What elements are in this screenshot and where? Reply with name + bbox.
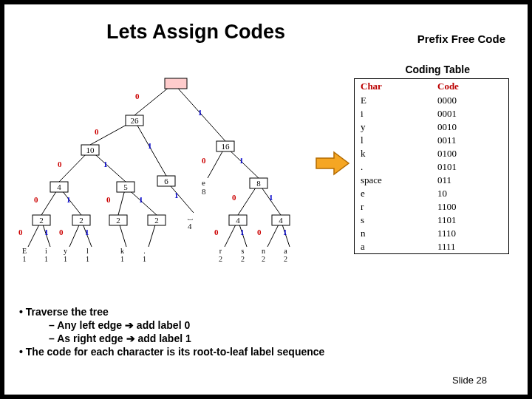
svg-text:2: 2 xyxy=(79,216,83,225)
svg-text:2: 2 xyxy=(116,216,120,225)
edge-label: 0 xyxy=(135,92,140,100)
arrow-icon xyxy=(315,151,350,179)
edge-label: 1 xyxy=(85,228,89,236)
edge-label: 0 xyxy=(34,195,38,204)
table-row: i0001 xyxy=(355,107,509,120)
code-cell: 1101 xyxy=(432,214,509,227)
char-cell: a xyxy=(355,240,432,254)
slide-title: Lets Assign Codes xyxy=(106,21,285,44)
char-cell: y xyxy=(355,120,432,134)
char-cell: l xyxy=(355,134,432,147)
bullet-list: • Traverse the tree– Any left edge ➔ add… xyxy=(19,304,324,359)
char-cell: r xyxy=(355,200,432,214)
edge-label: 0 xyxy=(202,156,206,165)
leaf-node: E1 xyxy=(22,247,27,263)
svg-text:2: 2 xyxy=(39,216,44,225)
coding-table: Char Code E0000i0001y0010l0011k0100.0101… xyxy=(354,78,509,254)
code-cell: 0101 xyxy=(432,160,509,174)
leaf-node: r2 xyxy=(219,247,222,263)
svg-rect-25 xyxy=(165,78,187,89)
char-cell: . xyxy=(355,160,432,174)
leaf-node: y1 xyxy=(64,247,67,263)
svg-text:8: 8 xyxy=(256,179,261,188)
table-row: l0011 xyxy=(355,134,509,147)
char-cell: space xyxy=(355,174,432,187)
edge-label: 0 xyxy=(58,160,62,168)
leaf-node: l1 xyxy=(86,247,89,263)
edge-label: 0 xyxy=(95,127,99,136)
char-cell: E xyxy=(355,94,432,107)
svg-text:6: 6 xyxy=(164,177,168,185)
edge-label: 0 xyxy=(18,228,23,236)
table-row: E0000 xyxy=(355,94,509,107)
edge-label: 1 xyxy=(240,228,245,236)
svg-text:4: 4 xyxy=(236,216,240,225)
char-cell: n xyxy=(355,227,432,240)
table-row: r1100 xyxy=(355,200,509,214)
code-cell: 011 xyxy=(432,174,509,187)
table-row: space011 xyxy=(355,174,509,187)
huffman-tree-diagram: 2616106845442222 01010101101010101010101… xyxy=(13,71,316,293)
code-cell: 0011 xyxy=(432,134,509,147)
edge-label: 1 xyxy=(283,228,287,236)
edge-label: 1 xyxy=(103,160,108,168)
leaf-node: .1 xyxy=(143,247,146,263)
table-row: s1101 xyxy=(355,214,509,227)
slide-subtitle: Prefix Free Code xyxy=(417,33,505,45)
svg-text:16: 16 xyxy=(222,142,231,151)
code-cell: 0010 xyxy=(432,120,509,134)
code-cell: 0000 xyxy=(432,94,509,107)
svg-text:10: 10 xyxy=(86,146,95,154)
edge-label: 1 xyxy=(139,195,143,204)
bullet-item: • Traverse the tree xyxy=(19,306,324,318)
col-code: Code xyxy=(432,79,509,95)
bullet-item: – Any left edge ➔ add label 0 xyxy=(49,319,324,331)
slide: Lets Assign Codes Prefix Free Code Codin… xyxy=(0,0,532,399)
char-cell: k xyxy=(355,147,432,160)
code-cell: 1111 xyxy=(432,240,509,254)
edge-label: 0 xyxy=(59,228,64,236)
edge-label: 1 xyxy=(44,228,49,236)
table-row: y0010 xyxy=(355,120,509,134)
edge-label: 0 xyxy=(257,228,262,236)
edge-label: 0 xyxy=(232,193,236,202)
code-cell: 10 xyxy=(432,187,509,200)
leaf-node: a2 xyxy=(284,247,287,263)
tree-node: ⎵4 xyxy=(188,213,193,231)
table-row: e10 xyxy=(355,187,509,200)
leaf-node: k1 xyxy=(120,247,124,263)
slide-number: Slide 28 xyxy=(452,375,487,386)
edge-label: 1 xyxy=(269,193,273,202)
code-cell: 0100 xyxy=(432,147,509,160)
coding-table-header: Coding Table xyxy=(405,64,470,75)
char-cell: i xyxy=(355,107,432,120)
code-cell: 1100 xyxy=(432,200,509,214)
svg-text:2: 2 xyxy=(154,216,159,225)
code-cell: 0001 xyxy=(432,107,509,120)
edge-label: 0 xyxy=(106,195,111,204)
table-row: .0101 xyxy=(355,160,509,174)
svg-text:4: 4 xyxy=(279,216,283,225)
edge-label: 1 xyxy=(198,108,202,117)
char-cell: s xyxy=(355,214,432,227)
bullet-item: – As right edge ➔ add label 1 xyxy=(49,332,324,344)
code-cell: 1110 xyxy=(432,227,509,240)
table-row: k0100 xyxy=(355,147,509,160)
leaf-node: i1 xyxy=(44,247,48,263)
edge-label: 0 xyxy=(214,228,219,236)
svg-text:26: 26 xyxy=(131,116,140,125)
col-char: Char xyxy=(355,79,432,95)
edge-label: 1 xyxy=(239,156,244,165)
svg-marker-52 xyxy=(316,152,349,174)
edge-label: 1 xyxy=(148,141,152,150)
table-row: a1111 xyxy=(355,240,509,254)
svg-text:5: 5 xyxy=(123,183,128,191)
edge-label: 1 xyxy=(174,191,179,200)
leaf-node: s2 xyxy=(241,247,245,263)
table-row: n1110 xyxy=(355,227,509,240)
tree-node: e8 xyxy=(202,178,206,196)
char-cell: e xyxy=(355,187,432,200)
bullet-item: • The code for each character is its roo… xyxy=(19,346,324,358)
leaf-node: n2 xyxy=(262,247,265,263)
edge-label: 1 xyxy=(66,195,71,204)
